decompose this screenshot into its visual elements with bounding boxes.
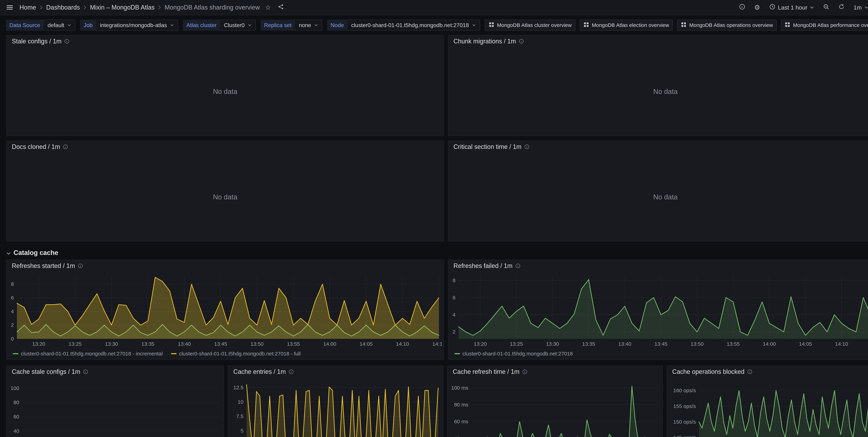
chart-svg-cache-refresh-time[interactable]: 20 ms40 ms60 ms80 ms100 ms	[450, 378, 660, 437]
svg-text:14:10: 14:10	[835, 341, 848, 347]
panel-header[interactable]: Chunk migrations / 1m	[448, 35, 868, 47]
hamburger-icon	[7, 4, 13, 10]
panel-title[interactable]: Cache operations blocked	[672, 368, 744, 375]
panel-refreshes-failed: Refreshes failed / 1m 246813:2013:2513:3…	[448, 260, 868, 360]
variable-data-source: Data Source default	[6, 20, 75, 31]
info-icon[interactable]	[747, 369, 752, 374]
legend-item[interactable]: cluster0-shard-01-01.t5hdg.mongodb.net:2…	[171, 351, 301, 357]
chart-svg-cache-ops-blocked[interactable]: 140 ops/s145 ops/s150 ops/s155 ops/s160 …	[669, 378, 868, 437]
panel-title[interactable]: Critical section time / 1m	[454, 143, 522, 151]
panel-title[interactable]: Chunk migrations / 1m	[454, 38, 516, 45]
replica-set-dropdown[interactable]: none	[295, 20, 322, 31]
svg-text:14:15: 14:15	[432, 341, 442, 347]
chart-plot-area[interactable]: 20406080100	[9, 378, 221, 437]
panel-title[interactable]: Refreshes started / 1m	[12, 262, 75, 270]
chart-svg-refreshes-failed[interactable]: 246813:2013:2513:3013:3513:4013:4513:501…	[450, 272, 868, 348]
info-icon[interactable]	[524, 144, 529, 149]
svg-text:13:50: 13:50	[690, 341, 704, 347]
chart-plot-area[interactable]: 140 ops/s145 ops/s150 ops/s155 ops/s160 …	[669, 378, 868, 437]
node-dropdown[interactable]: cluster0-shard-01-01.t5hdg.mongodb.net:2…	[347, 20, 480, 31]
apps-icon	[489, 22, 494, 29]
svg-text:6: 6	[453, 295, 456, 301]
panel-title[interactable]: Cache entries / 1m	[233, 368, 286, 375]
info-icon[interactable]	[78, 263, 83, 269]
data-source-dropdown[interactable]: default	[44, 20, 75, 31]
time-range-picker[interactable]: Last 1 hour	[768, 2, 816, 13]
variable-job: Job integrations/mongodb-atlas	[80, 20, 178, 31]
panel-title[interactable]: Cache refresh time / 1m	[453, 368, 519, 375]
panel-header[interactable]: Refreshes started / 1m	[7, 260, 444, 272]
svg-text:100: 100	[10, 385, 19, 391]
panel-title[interactable]: Refreshes failed / 1m	[454, 262, 513, 270]
share-button[interactable]	[276, 2, 286, 13]
panel-header[interactable]: Cache entries / 1m	[228, 366, 443, 378]
panel-header[interactable]: Refreshes failed / 1m	[448, 260, 868, 272]
top-navbar: Home Dashboards Mixin – MongoDB Atlas Mo…	[0, 0, 868, 15]
variable-node: Node cluster0-shard-01-01.t5hdg.mongodb.…	[327, 20, 480, 31]
info-icon[interactable]	[519, 39, 524, 44]
svg-text:80 ms: 80 ms	[454, 402, 468, 407]
legend-item[interactable]: cluster0-shard-01-01.t5hdg.mongodb.net:2…	[455, 351, 573, 357]
chart-svg-cache-entries[interactable]: 2.557.51012.5	[230, 378, 441, 437]
chevron-down-icon	[248, 24, 252, 26]
panel-body: No data	[7, 153, 444, 241]
link-election-overview[interactable]: MongoDB Atlas election overview	[580, 20, 673, 31]
panel-header[interactable]: Docs cloned / 1m	[7, 141, 444, 153]
link-operations-overview[interactable]: MongoDB Atlas operations overview	[677, 20, 777, 31]
breadcrumb-folder[interactable]: Mixin – MongoDB Atlas	[90, 4, 155, 11]
chart-svg-cache-stale-configs[interactable]: 20406080100	[9, 378, 221, 437]
variables-bar: Data Source default Job integrations/mon…	[0, 15, 868, 35]
menu-toggle-button[interactable]	[5, 3, 14, 12]
panel-title[interactable]: Stale configs / 1m	[12, 38, 61, 45]
panel-title[interactable]: Docs cloned / 1m	[12, 143, 60, 151]
info-icon[interactable]	[515, 263, 521, 269]
info-icon[interactable]	[83, 369, 88, 374]
svg-text:40 ms: 40 ms	[454, 435, 468, 437]
info-button[interactable]	[737, 2, 747, 13]
svg-text:145 ops/s: 145 ops/s	[673, 435, 696, 437]
job-dropdown[interactable]: integrations/mongodb-atlas	[96, 20, 178, 31]
breadcrumb-home[interactable]: Home	[20, 4, 36, 11]
row-catalog-cache[interactable]: Catalog cache	[6, 248, 58, 258]
svg-text:13:30: 13:30	[105, 341, 118, 347]
panel-header[interactable]: Critical section time / 1m	[448, 141, 868, 153]
chart-plot-area[interactable]: 246813:2013:2513:3013:3513:4013:4513:501…	[450, 272, 868, 348]
panel-header[interactable]: Cache operations blocked	[667, 366, 868, 378]
svg-text:14:00: 14:00	[763, 341, 776, 347]
star-button[interactable]: ☆	[264, 3, 273, 12]
breadcrumb-dashboards[interactable]: Dashboards	[46, 4, 80, 11]
panel-header[interactable]: Stale configs / 1m	[7, 35, 444, 47]
link-performance-overview[interactable]: MongoDB Atlas performance overview	[781, 20, 868, 31]
refresh-interval-picker[interactable]: 1m	[852, 3, 868, 12]
chevron-down-icon	[810, 6, 814, 9]
info-icon[interactable]	[522, 369, 527, 374]
svg-text:2: 2	[453, 329, 456, 335]
dashboard-settings-button[interactable]: ⚙	[752, 3, 762, 12]
info-icon[interactable]	[288, 369, 294, 374]
atlas-cluster-dropdown[interactable]: Cluster0	[220, 20, 256, 31]
chart-plot-area[interactable]: 0246813:2013:2513:3013:3513:4013:4513:50…	[9, 272, 442, 348]
info-icon[interactable]	[64, 39, 69, 44]
svg-text:14:10: 14:10	[396, 341, 409, 347]
legend-item[interactable]: cluster0-shard-01-01.t5hdg.mongodb.net:2…	[13, 351, 163, 357]
link-cluster-overview[interactable]: MongoDB Atlas cluster overview	[485, 20, 576, 31]
chart-plot-area[interactable]: 2.557.51012.5	[230, 378, 441, 437]
panel-chunk-migrations: Chunk migrations / 1m No data	[448, 35, 868, 136]
panel-cache-entries: Cache entries / 1m 2.557.51012.5	[228, 366, 443, 437]
apps-icon	[785, 22, 790, 29]
panel-header[interactable]: Cache refresh time / 1m	[447, 366, 662, 378]
svg-text:12.5: 12.5	[233, 384, 243, 390]
refresh-button[interactable]	[837, 2, 846, 13]
svg-text:13:45: 13:45	[214, 341, 227, 347]
panel-title[interactable]: Cache stale configs / 1m	[12, 368, 80, 375]
panel-header[interactable]: Cache stale configs / 1m	[7, 366, 224, 378]
zoom-out-button[interactable]	[821, 2, 831, 13]
chart-plot-area[interactable]: 20 ms40 ms60 ms80 ms100 ms	[450, 378, 660, 437]
svg-text:8: 8	[11, 281, 14, 287]
variable-value: none	[299, 22, 311, 28]
info-icon[interactable]	[63, 144, 68, 149]
svg-text:4: 4	[453, 312, 456, 318]
chart-svg-refreshes-started[interactable]: 0246813:2013:2513:3013:3513:4013:4513:50…	[9, 272, 442, 348]
variable-value: default	[48, 22, 64, 28]
link-label: MongoDB Atlas performance overview	[793, 22, 868, 28]
